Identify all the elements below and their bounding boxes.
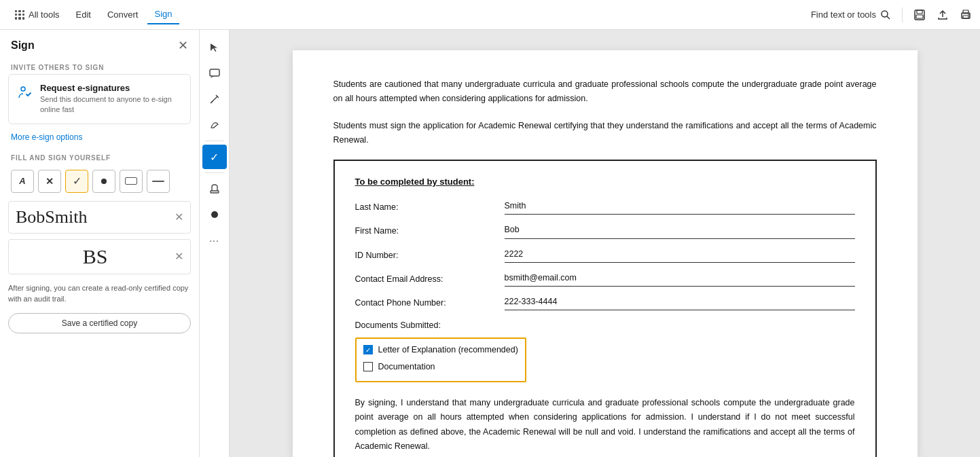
checkbox-row-documentation: Documentation <box>363 360 518 374</box>
id-value: 2222 <box>505 247 855 263</box>
document-page: Students are cautioned that many undergr… <box>293 50 918 457</box>
svg-rect-4 <box>916 15 923 18</box>
svg-rect-7 <box>963 16 968 18</box>
pencil-icon <box>209 94 220 105</box>
esign-card-title: Request e-signatures <box>40 83 182 93</box>
signature-remove-1[interactable]: ✕ <box>175 211 183 223</box>
cursor-icon <box>209 42 220 53</box>
panel-close-button[interactable]: ✕ <box>178 39 188 52</box>
form-body-text: By signing, I understand that many under… <box>355 396 855 454</box>
doc-paragraph-2: Students must sign the application for A… <box>333 119 877 148</box>
left-panel: Sign ✕ INVITE OTHERS TO SIGN Request e-s… <box>0 30 200 457</box>
app-menu-button[interactable]: All tools <box>8 5 67 24</box>
fill-sign-label: FILL AND SIGN YOURSELF <box>0 149 199 164</box>
comment-tool-button[interactable] <box>202 61 227 86</box>
toolbar-separator <box>205 141 224 141</box>
checkbox-row-letter: Letter of Explanation (recommended) <box>363 343 518 357</box>
form-title: To be completed by student: <box>355 175 855 189</box>
save-certified-copy-button[interactable]: Save a certified copy <box>8 313 191 333</box>
svg-marker-10 <box>211 43 217 52</box>
email-value: bsmith@email.com <box>505 271 855 287</box>
esign-icon <box>17 84 33 105</box>
more-tools-button[interactable]: ··· <box>202 228 227 253</box>
letter-checkbox[interactable] <box>363 345 373 354</box>
marker-tool-button[interactable] <box>202 113 227 137</box>
nav-edit[interactable]: Edit <box>69 5 98 24</box>
email-label: Contact Email Address: <box>355 272 505 287</box>
print-button[interactable] <box>960 9 972 21</box>
main-content: Sign ✕ INVITE OTHERS TO SIGN Request e-s… <box>0 30 980 457</box>
edit-label: Edit <box>76 10 91 20</box>
student-form: To be completed by student: Last Name: S… <box>333 160 877 457</box>
check-active-icon: ✓ <box>210 151 219 164</box>
circle-tool-button[interactable] <box>202 202 227 227</box>
all-tools-label: All tools <box>29 10 60 20</box>
dot-tool-icon <box>101 179 107 184</box>
svg-line-15 <box>211 101 213 103</box>
docs-checkboxes-group: Letter of Explanation (recommended) Docu… <box>355 337 526 383</box>
rect-tool-button[interactable] <box>120 170 143 193</box>
check-active-button[interactable]: ✓ <box>202 145 227 169</box>
dot-tool-button[interactable] <box>92 170 115 193</box>
vertical-toolbar: ✓ ··· <box>200 30 230 457</box>
stamp-tool-button[interactable] <box>202 177 227 201</box>
nav-convert[interactable]: Convert <box>101 5 145 24</box>
svg-point-0 <box>882 11 888 17</box>
text-tool-button[interactable]: A <box>11 170 34 193</box>
fill-tools-row: A ✕ ✓ <box>0 164 199 198</box>
svg-point-9 <box>21 87 25 91</box>
rect-tool-icon <box>125 177 137 185</box>
esign-card-desc: Send this document to anyone to e-sign o… <box>40 94 182 115</box>
convert-label: Convert <box>107 10 139 20</box>
marker-icon <box>209 120 220 130</box>
line-tool-button[interactable] <box>147 170 170 193</box>
id-label: ID Number: <box>355 249 505 263</box>
svg-rect-11 <box>210 69 219 76</box>
find-text-button[interactable]: Find text or tools <box>811 10 891 20</box>
x-tool-icon: ✕ <box>46 176 54 187</box>
text-tool-icon: A <box>19 176 25 186</box>
find-text-label: Find text or tools <box>811 10 876 20</box>
topbar-divider-1 <box>902 7 903 22</box>
signature-display-1: BobSmith <box>16 207 175 227</box>
firstname-value: Bob <box>505 223 855 238</box>
notice-text: After signing, you can create a read-onl… <box>8 282 191 305</box>
form-row-lastname: Last Name: Smith <box>355 199 855 215</box>
form-row-id: ID Number: 2222 <box>355 247 855 263</box>
more-tools-icon: ··· <box>209 235 219 246</box>
more-esign-options-link[interactable]: More e-sign options <box>0 130 199 149</box>
x-tool-button[interactable]: ✕ <box>38 170 61 193</box>
check-tool-icon: ✓ <box>73 175 81 187</box>
signature-remove-2[interactable]: ✕ <box>175 250 183 263</box>
document-area: Students are cautioned that many undergr… <box>230 30 980 457</box>
check-tool-button[interactable]: ✓ <box>65 170 88 193</box>
esign-card-content: Request e-signatures Send this document … <box>40 83 182 115</box>
cursor-tool-button[interactable] <box>202 35 227 60</box>
form-row-email: Contact Email Address: bsmith@email.com <box>355 271 855 287</box>
circle-icon <box>211 211 218 218</box>
topbar-right: Find text or tools <box>811 7 972 22</box>
nav-sign[interactable]: Sign <box>147 5 179 24</box>
phone-value: 222-333-4444 <box>505 295 855 310</box>
docs-submitted-label: Documents Submitted: <box>355 318 855 333</box>
lastname-value: Smith <box>505 199 855 215</box>
panel-title: Sign <box>11 39 35 52</box>
form-row-phone: Contact Phone Number: 222-333-4444 <box>355 295 855 310</box>
documentation-checkbox[interactable] <box>363 362 373 371</box>
panel-header: Sign ✕ <box>0 30 199 58</box>
sign-label: Sign <box>154 9 172 19</box>
esign-card[interactable]: Request e-signatures Send this document … <box>8 74 191 124</box>
doc-paragraph-1: Students are cautioned that many undergr… <box>333 77 877 107</box>
svg-rect-16 <box>211 191 219 193</box>
stamp-icon <box>209 183 220 194</box>
pencil-tool-button[interactable] <box>202 87 227 111</box>
upload-button[interactable] <box>937 9 949 21</box>
svg-line-1 <box>887 16 890 19</box>
save-button[interactable] <box>913 9 926 21</box>
signature-item-1: BobSmith ✕ <box>8 201 191 234</box>
signature-item-2: BS ✕ <box>8 239 191 274</box>
topbar: All tools Edit Convert Sign Find text or… <box>0 0 980 30</box>
letter-checkbox-label: Letter of Explanation (recommended) <box>378 343 518 357</box>
signature-display-2: BS <box>16 245 175 268</box>
search-icon <box>880 10 891 20</box>
